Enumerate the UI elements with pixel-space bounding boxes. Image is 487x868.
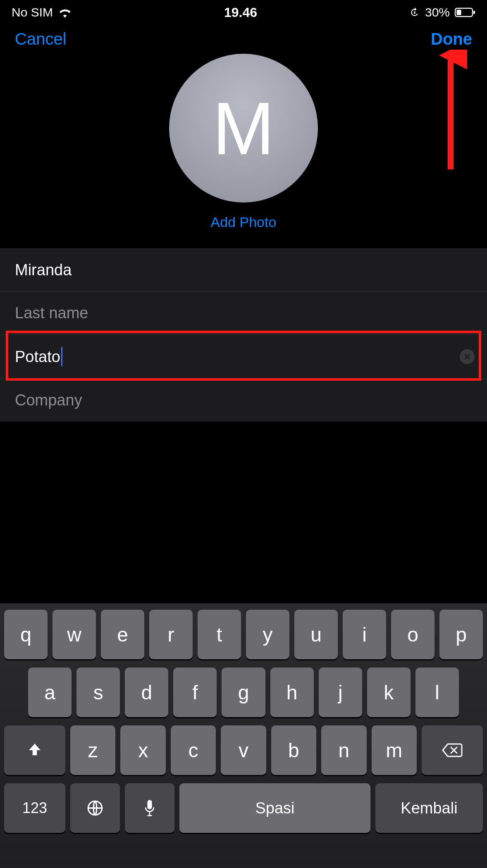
keyboard: qwertyuiop asdfghjkl zxcvbnm 123 Spasi K… (0, 603, 487, 868)
keyboard-row-1: qwertyuiop (4, 610, 483, 659)
return-key[interactable]: Kembali (375, 783, 483, 833)
key-g[interactable]: g (222, 668, 265, 717)
status-time: 19.46 (224, 5, 257, 20)
key-i[interactable]: i (343, 610, 386, 659)
carrier-text: No SIM (12, 5, 53, 19)
status-bar: No SIM 19.46 30% (0, 0, 487, 23)
clear-text-button[interactable] (460, 349, 475, 364)
key-q[interactable]: q (4, 610, 48, 659)
status-left: No SIM (12, 5, 72, 19)
backspace-key[interactable] (422, 725, 483, 775)
company-placeholder: Company (15, 391, 82, 409)
add-photo-button[interactable]: Add Photo (211, 214, 277, 230)
done-button[interactable]: Done (431, 30, 472, 48)
status-right: 30% (409, 5, 475, 19)
key-l[interactable]: l (415, 668, 459, 717)
key-h[interactable]: h (270, 668, 314, 717)
text-caret (61, 347, 62, 366)
key-t[interactable]: t (198, 610, 241, 659)
space-key[interactable]: Spasi (179, 783, 370, 833)
battery-icon (455, 7, 475, 17)
key-a[interactable]: a (28, 668, 72, 717)
rotation-lock-icon (409, 7, 420, 18)
key-o[interactable]: o (391, 610, 434, 659)
cancel-button[interactable]: Cancel (15, 30, 67, 48)
key-n[interactable]: n (321, 725, 366, 775)
key-f[interactable]: f (173, 668, 217, 717)
wifi-icon (58, 7, 72, 18)
key-y[interactable]: y (246, 610, 289, 659)
avatar[interactable]: M (169, 54, 318, 203)
svg-rect-2 (457, 10, 461, 15)
last-name-placeholder: Last name (15, 304, 88, 322)
dictation-key[interactable] (125, 783, 174, 833)
first-name-field[interactable]: Miranda (0, 249, 487, 292)
key-u[interactable]: u (294, 610, 338, 659)
key-s[interactable]: s (76, 668, 120, 717)
last-name-field[interactable]: Last name (0, 292, 487, 335)
key-j[interactable]: j (319, 668, 362, 717)
keyboard-row-2: asdfghjkl (4, 668, 483, 717)
contact-form: Miranda Last name Potato Company (0, 248, 487, 422)
key-x[interactable]: x (120, 725, 165, 775)
globe-key[interactable] (70, 783, 120, 833)
keyboard-row-3: zxcvbnm (4, 725, 483, 775)
key-r[interactable]: r (149, 610, 193, 659)
key-e[interactable]: e (101, 610, 144, 659)
keyboard-row-4: 123 Spasi Kembali (4, 783, 483, 833)
svg-rect-0 (414, 12, 415, 14)
nav-bar: Cancel Done (0, 23, 487, 52)
key-w[interactable]: w (53, 610, 96, 659)
first-name-value: Miranda (15, 261, 72, 279)
svg-rect-5 (147, 800, 152, 809)
numbers-key[interactable]: 123 (4, 783, 65, 833)
key-b[interactable]: b (271, 725, 316, 775)
nickname-field[interactable]: Potato (0, 335, 487, 379)
svg-rect-3 (473, 11, 475, 14)
key-c[interactable]: c (171, 725, 216, 775)
key-p[interactable]: p (439, 610, 483, 659)
company-field[interactable]: Company (0, 379, 487, 422)
key-m[interactable]: m (372, 725, 417, 775)
shift-key[interactable] (4, 725, 65, 775)
key-k[interactable]: k (367, 668, 411, 717)
avatar-section: M Add Photo (0, 52, 487, 248)
key-v[interactable]: v (221, 725, 266, 775)
key-d[interactable]: d (125, 668, 168, 717)
key-z[interactable]: z (70, 725, 115, 775)
avatar-initial: M (212, 86, 275, 171)
nickname-value: Potato (15, 348, 60, 366)
battery-pct: 30% (425, 5, 450, 19)
